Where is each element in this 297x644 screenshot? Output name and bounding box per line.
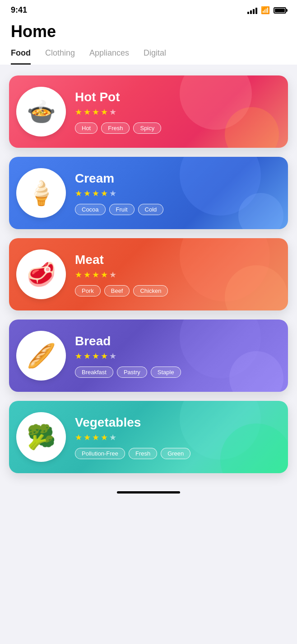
star5: ★ (109, 107, 116, 117)
tab-bar: Food Clothing Appliances Digital (0, 48, 297, 65)
cream-stars: ★ ★ ★ ★ ★ (75, 188, 277, 198)
tab-digital[interactable]: Digital (144, 48, 166, 65)
status-time: 9:41 (11, 5, 27, 15)
tag-green: Green (161, 448, 190, 459)
cream-icon: 🍦 (16, 168, 66, 218)
tag-pollution-free: Pollution-Free (75, 448, 125, 459)
hotpot-info: Hot Pot ★ ★ ★ ★ ★ Hot Fresh Spicy (75, 90, 277, 134)
card-vegetables[interactable]: 🥦 Vegetables ★ ★ ★ ★ ★ Pollution-Free Fr… (9, 401, 288, 473)
tag-pork: Pork (75, 285, 101, 296)
star3: ★ (92, 107, 99, 117)
signal-icon (247, 7, 257, 14)
vegetables-info: Vegetables ★ ★ ★ ★ ★ Pollution-Free Fres… (75, 415, 277, 459)
tag-chicken: Chicken (133, 285, 168, 296)
vegetables-stars: ★ ★ ★ ★ ★ (75, 432, 277, 442)
home-indicator (117, 491, 180, 494)
battery-icon (274, 7, 286, 14)
tab-food[interactable]: Food (11, 48, 31, 65)
card-bread[interactable]: 🥖 Bread ★ ★ ★ ★ ★ Breakfast Pastry Stapl… (9, 320, 288, 392)
cream-info: Cream ★ ★ ★ ★ ★ Cocoa Fruit Cold (75, 171, 277, 215)
star4: ★ (101, 107, 108, 117)
star4: ★ (101, 351, 108, 361)
tag-pastry: Pastry (117, 367, 147, 378)
tag-beef: Beef (104, 285, 130, 296)
star1: ★ (75, 270, 82, 280)
star5: ★ (109, 351, 116, 361)
star2: ★ (84, 351, 91, 361)
star3: ★ (92, 351, 99, 361)
header: Home (0, 19, 297, 48)
vegetables-tags: Pollution-Free Fresh Green (75, 448, 277, 459)
meat-info: Meat ★ ★ ★ ★ ★ Pork Beef Chicken (75, 253, 277, 296)
star2: ★ (84, 188, 91, 198)
star1: ★ (75, 107, 82, 117)
tag-hot: Hot (75, 122, 97, 134)
star1: ★ (75, 188, 82, 198)
bread-stars: ★ ★ ★ ★ ★ (75, 351, 277, 361)
cream-title: Cream (75, 171, 277, 186)
tag-cocoa: Cocoa (75, 204, 106, 215)
tag-cold: Cold (138, 204, 164, 215)
meat-icon: 🥩 (16, 249, 66, 299)
status-bar: 9:41 📶 (0, 0, 297, 19)
star4: ★ (101, 188, 108, 198)
star3: ★ (92, 270, 99, 280)
tag-fruit: Fruit (109, 204, 135, 215)
hotpot-tags: Hot Fresh Spicy (75, 122, 277, 134)
star3: ★ (92, 432, 99, 442)
meat-stars: ★ ★ ★ ★ ★ (75, 270, 277, 280)
card-hotpot[interactable]: 🍲 Hot Pot ★ ★ ★ ★ ★ Hot Fresh Spicy (9, 75, 288, 148)
tag-fresh: Fresh (101, 122, 130, 134)
star2: ★ (84, 270, 91, 280)
meat-title: Meat (75, 253, 277, 267)
vegetables-icon: 🥦 (16, 412, 66, 462)
hotpot-stars: ★ ★ ★ ★ ★ (75, 107, 277, 117)
vegetables-title: Vegetables (75, 415, 277, 430)
card-meat[interactable]: 🥩 Meat ★ ★ ★ ★ ★ Pork Beef Chicken (9, 238, 288, 310)
bread-info: Bread ★ ★ ★ ★ ★ Breakfast Pastry Staple (75, 334, 277, 378)
star1: ★ (75, 351, 82, 361)
bread-icon: 🥖 (16, 331, 66, 381)
tab-clothing[interactable]: Clothing (45, 48, 75, 65)
star5: ★ (109, 432, 116, 442)
bread-tags: Breakfast Pastry Staple (75, 367, 277, 378)
tag-fresh: Fresh (129, 448, 157, 459)
star3: ★ (92, 188, 99, 198)
tag-spicy: Spicy (133, 122, 161, 134)
status-icons: 📶 (247, 6, 286, 14)
cream-tags: Cocoa Fruit Cold (75, 204, 277, 215)
star2: ★ (84, 107, 91, 117)
star2: ★ (84, 432, 91, 442)
star4: ★ (101, 270, 108, 280)
card-cream[interactable]: 🍦 Cream ★ ★ ★ ★ ★ Cocoa Fruit Cold (9, 157, 288, 229)
star5: ★ (109, 270, 116, 280)
card-list: 🍲 Hot Pot ★ ★ ★ ★ ★ Hot Fresh Spicy 🍦 Cr… (0, 65, 297, 484)
tag-staple: Staple (151, 367, 181, 378)
hotpot-icon: 🍲 (16, 87, 66, 136)
star1: ★ (75, 432, 82, 442)
meat-tags: Pork Beef Chicken (75, 285, 277, 296)
tab-appliances[interactable]: Appliances (89, 48, 129, 65)
page-title: Home (11, 22, 286, 48)
star5: ★ (109, 188, 116, 198)
tag-breakfast: Breakfast (75, 367, 113, 378)
wifi-icon: 📶 (261, 6, 270, 14)
bread-title: Bread (75, 334, 277, 348)
star4: ★ (101, 432, 108, 442)
hotpot-title: Hot Pot (75, 90, 277, 104)
